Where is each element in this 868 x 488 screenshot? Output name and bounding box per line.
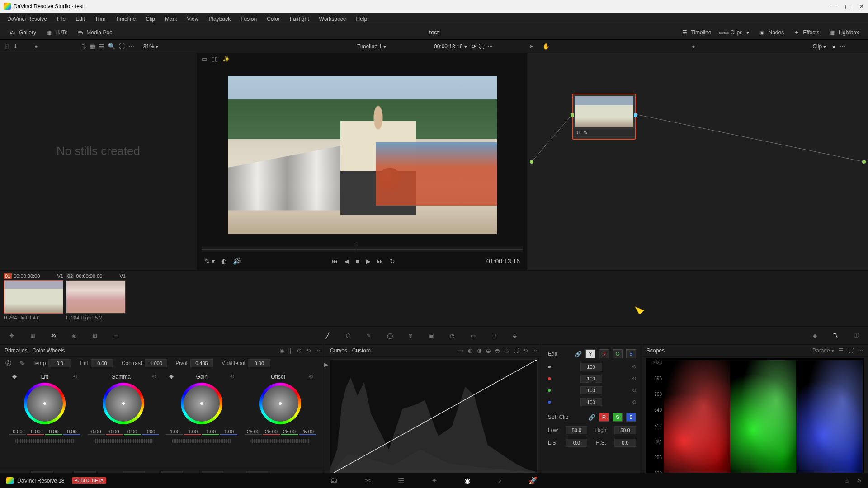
play-button[interactable]: ▶ — [366, 258, 371, 265]
menu-fairlight[interactable]: Fairlight — [285, 14, 314, 24]
timeline-toggle[interactable]: ☰Timeline — [677, 28, 716, 38]
scopes-more-icon[interactable]: ⋯ — [858, 347, 863, 354]
channel-g-button[interactable]: G — [613, 349, 623, 358]
curves-custom-icon[interactable]: ▭ — [458, 347, 463, 354]
stop-button[interactable]: ■ — [356, 258, 359, 265]
balance-icon[interactable]: ✥ — [12, 374, 17, 380]
minimize-button[interactable]: — — [830, 3, 837, 10]
pointer-tool-icon[interactable]: ➤ — [529, 43, 534, 50]
menu-davinci[interactable]: DaVinci Resolve — [3, 14, 52, 24]
header-timecode[interactable]: 00:00:13:19 ▾ ⟳ ⛶ ⋯ — [434, 43, 493, 50]
gain-balance-icon[interactable]: ✥ — [169, 374, 174, 380]
reset-g-icon[interactable]: ⟲ — [632, 387, 636, 394]
motion-effects-icon[interactable]: ▭ — [110, 330, 121, 341]
gain-wheel[interactable] — [181, 383, 222, 424]
tracker-icon[interactable]: ⊕ — [405, 330, 416, 341]
intensity-y-input[interactable] — [580, 363, 602, 371]
rgb-mixer-icon[interactable]: ⊞ — [90, 330, 100, 341]
reset-r-icon[interactable]: ⟲ — [632, 375, 636, 382]
clip-thumb-02[interactable]: 0200:00:00:00V1 H.264 High L5.2 — [66, 273, 126, 324]
fusion-page-icon[interactable]: ✦ — [431, 476, 437, 485]
primaries-reset-icon[interactable]: ⟲ — [306, 347, 311, 354]
gain-jog[interactable] — [172, 439, 231, 443]
menu-workspace[interactable]: Workspace — [315, 14, 351, 24]
gain-reset-icon[interactable]: ⟲ — [230, 374, 234, 380]
project-settings-icon[interactable]: ⚙ — [857, 478, 862, 484]
softclip-hs-input[interactable] — [614, 439, 636, 447]
pivot-input[interactable] — [190, 359, 213, 367]
color-warper-icon[interactable]: ⬡ — [343, 330, 354, 341]
viewer-canvas[interactable] — [197, 64, 527, 246]
menu-edit[interactable]: Edit — [71, 14, 90, 24]
menu-view[interactable]: View — [183, 14, 203, 24]
auto-balance-icon[interactable]: Ⓐ — [5, 359, 11, 367]
lightbox-toggle[interactable]: ▦Lightbox — [824, 28, 863, 38]
gamma-wheel[interactable] — [103, 383, 144, 424]
intensity-b-input[interactable] — [580, 398, 602, 406]
clips-toggle[interactable]: ▭▭Clips ▾ — [716, 28, 754, 38]
color-match-icon[interactable]: ▦ — [27, 330, 38, 341]
curves-icon[interactable]: ╱ — [322, 330, 333, 341]
edit-page-icon[interactable]: ☰ — [398, 476, 404, 485]
media-pool-toggle[interactable]: 🗃Media Pool — [72, 28, 118, 38]
primaries-wheels-mode-icon[interactable]: ◉ — [279, 347, 284, 354]
menu-trim[interactable]: Trim — [90, 14, 110, 24]
curves-more-icon[interactable]: ⋯ — [532, 347, 538, 354]
channel-r-button[interactable]: R — [599, 349, 609, 358]
info-icon[interactable]: ⓘ — [851, 330, 862, 341]
scopes-settings-icon[interactable]: ☰ — [839, 347, 844, 354]
timeline-name[interactable]: Timeline 1 ▾ — [357, 43, 386, 50]
menu-clip[interactable]: Clip — [141, 14, 160, 24]
grid-view-icon[interactable]: ▦ — [90, 43, 95, 50]
node-mode-dropdown[interactable]: Clip ▾ ● ⋯ — [812, 43, 845, 50]
still-grab-icon[interactable]: ⊡ — [5, 43, 9, 50]
hdr-wheels-icon[interactable]: ◉ — [69, 330, 80, 341]
menu-mark[interactable]: Mark — [160, 14, 182, 24]
hand-tool-icon[interactable]: ✋ — [542, 43, 550, 50]
3d-icon[interactable]: ⬙ — [509, 330, 520, 341]
still-export-icon[interactable]: ⬇ — [13, 43, 18, 50]
offset-wheel[interactable] — [259, 383, 301, 424]
prev-frame-button[interactable]: ◀ — [344, 258, 349, 265]
gallery-toggle[interactable]: 🗂Gallery — [5, 28, 41, 38]
menu-file[interactable]: File — [52, 14, 70, 24]
scopes-expand-icon[interactable]: ⛶ — [848, 347, 854, 354]
corrector-node-01[interactable]: 01✎ — [572, 94, 636, 139]
magic-mask-icon[interactable]: ▣ — [426, 330, 437, 341]
deliver-page-icon[interactable]: 🚀 — [528, 476, 538, 485]
curves-hvs-icon[interactable]: ◑ — [477, 347, 481, 354]
list-view-icon[interactable]: ☰ — [99, 43, 104, 50]
temp-input[interactable] — [48, 359, 71, 367]
menu-playback[interactable]: Playback — [204, 14, 235, 24]
gamma-jog[interactable] — [94, 439, 153, 443]
reset-b-icon[interactable]: ⟲ — [632, 399, 636, 405]
curve-editor[interactable]: ▶ — [330, 359, 538, 477]
nodes-toggle[interactable]: ◉Nodes — [754, 28, 788, 38]
reset-y-icon[interactable]: ⟲ — [632, 364, 636, 370]
curves-reset-icon[interactable]: ⟲ — [523, 347, 528, 354]
viewer-zoom[interactable]: 31% ▾ — [143, 43, 158, 50]
softclip-r-button[interactable]: R — [599, 413, 609, 422]
softclip-g-button[interactable]: G — [613, 413, 623, 422]
scopes-mode-dropdown[interactable]: Parade ▾ — [812, 347, 834, 354]
primaries-icon[interactable]: ◎ — [48, 330, 59, 341]
media-page-icon[interactable]: 🗂 — [330, 476, 338, 485]
softclip-ls-input[interactable] — [566, 439, 587, 447]
softclip-gang-icon[interactable]: 🔗 — [588, 414, 595, 421]
image-wipe-icon[interactable]: ▭ — [202, 56, 207, 62]
loop-button[interactable]: ↻ — [390, 258, 395, 265]
qualifier-icon[interactable]: ✎ — [363, 330, 374, 341]
sizing-icon[interactable]: ⬚ — [488, 330, 499, 341]
menu-fusion[interactable]: Fusion — [236, 14, 261, 24]
clip-thumb-01[interactable]: 0100:00:00:00V1 H.264 High L4.0 — [4, 273, 63, 324]
contrast-input[interactable] — [145, 359, 167, 367]
node-output-port[interactable] — [634, 113, 637, 117]
node-graph[interactable]: 01✎ — [527, 53, 868, 270]
middetail-input[interactable] — [248, 359, 270, 367]
channel-y-button[interactable]: Y — [585, 349, 595, 358]
window-icon[interactable]: ◯ — [384, 330, 395, 341]
softclip-b-button[interactable]: B — [626, 413, 636, 422]
unmix-icon[interactable]: ◐ — [221, 258, 226, 265]
close-button[interactable]: ✕ — [859, 3, 864, 10]
mute-icon[interactable]: 🔊 — [233, 258, 241, 265]
